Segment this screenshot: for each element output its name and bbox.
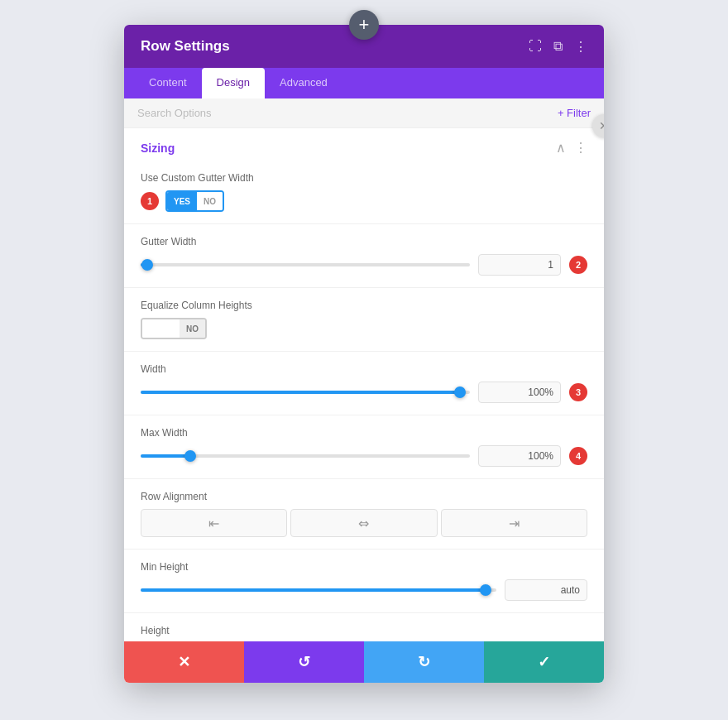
add-button[interactable]: + bbox=[349, 10, 379, 40]
align-right-button[interactable]: ⇥ bbox=[441, 509, 587, 537]
width-track[interactable] bbox=[141, 391, 470, 394]
badge-1: 1 bbox=[141, 192, 159, 210]
sizing-section-header: Sizing ∧ ⋮ bbox=[124, 128, 604, 164]
toggle-no-small[interactable]: NO bbox=[197, 192, 223, 210]
max-width-thumb[interactable] bbox=[184, 450, 196, 462]
gutter-width-input[interactable] bbox=[478, 254, 561, 276]
search-placeholder: Search Options bbox=[137, 107, 212, 119]
gutter-width-label: Gutter Width bbox=[141, 236, 587, 247]
modal-footer: ✕ ↺ ↻ ✓ bbox=[124, 641, 604, 683]
tab-content[interactable]: Content bbox=[134, 68, 202, 98]
fullscreen-icon[interactable]: ⛶ bbox=[529, 39, 542, 54]
height-label: Height bbox=[141, 625, 587, 636]
badge-4: 4 bbox=[569, 447, 587, 465]
modal-wrapper: + Row Settings ⛶ ⧉ ⋮ Content Design Adva… bbox=[124, 25, 604, 683]
section-menu-icon[interactable]: ⋮ bbox=[574, 140, 587, 156]
divider-7 bbox=[124, 612, 604, 613]
max-width-fill bbox=[141, 454, 190, 458]
align-left-button[interactable]: ⇤ bbox=[141, 509, 287, 537]
custom-gutter-toggle[interactable]: YES NO bbox=[165, 190, 224, 212]
divider-5 bbox=[124, 478, 604, 479]
gutter-width-slider-row: 2 bbox=[141, 254, 587, 276]
undo-button[interactable]: ↺ bbox=[244, 641, 364, 683]
equalize-heights-option: Equalize Column Heights NO bbox=[124, 291, 604, 348]
cancel-button[interactable]: ✕ bbox=[124, 641, 244, 683]
equalize-heights-toggle[interactable]: NO bbox=[141, 318, 207, 339]
columns-icon[interactable]: ⧉ bbox=[553, 39, 563, 54]
min-height-option: Min Height bbox=[124, 553, 604, 609]
save-button[interactable]: ✓ bbox=[484, 641, 604, 683]
redo-button[interactable]: ↻ bbox=[364, 641, 484, 683]
width-fill bbox=[141, 391, 460, 394]
more-icon[interactable]: ⋮ bbox=[574, 39, 587, 55]
min-height-thumb[interactable] bbox=[480, 584, 491, 596]
divider-1 bbox=[124, 223, 604, 224]
divider-4 bbox=[124, 415, 604, 415]
gutter-width-track[interactable] bbox=[141, 263, 470, 266]
search-bar: Search Options + Filter bbox=[124, 98, 604, 128]
min-height-label: Min Height bbox=[141, 561, 587, 573]
divider-3 bbox=[124, 351, 604, 352]
min-height-input[interactable] bbox=[505, 579, 587, 601]
modal-title: Row Settings bbox=[141, 38, 230, 55]
collapse-icon[interactable]: ∧ bbox=[556, 140, 566, 156]
toggle-no-left[interactable] bbox=[142, 319, 180, 338]
toggle-no-right[interactable]: NO bbox=[180, 319, 205, 338]
max-width-slider-row: 4 bbox=[141, 445, 587, 467]
max-width-input[interactable] bbox=[478, 445, 561, 467]
gutter-width-thumb[interactable] bbox=[141, 259, 153, 271]
width-slider-row: 3 bbox=[141, 382, 587, 403]
max-width-option: Max Width 4 bbox=[124, 419, 604, 475]
filter-button[interactable]: + Filter bbox=[558, 107, 591, 119]
use-custom-gutter-label: Use Custom Gutter Width bbox=[141, 172, 587, 184]
tab-advanced[interactable]: Advanced bbox=[265, 68, 342, 98]
settings-content: Sizing ∧ ⋮ Use Custom Gutter Width 1 YES… bbox=[124, 128, 604, 641]
section-title: Sizing bbox=[141, 142, 175, 155]
width-label: Width bbox=[141, 363, 587, 375]
max-width-track[interactable] bbox=[141, 454, 470, 458]
row-settings-modal: Row Settings ⛶ ⧉ ⋮ Content Design Advanc… bbox=[124, 25, 604, 683]
width-thumb[interactable] bbox=[454, 386, 466, 398]
section-controls: ∧ ⋮ bbox=[556, 140, 587, 156]
use-custom-gutter-option: Use Custom Gutter Width 1 YES NO bbox=[124, 164, 604, 220]
min-height-slider-row bbox=[141, 579, 587, 601]
min-height-fill bbox=[141, 588, 486, 592]
gutter-width-option: Gutter Width 2 bbox=[124, 228, 604, 284]
divider-2 bbox=[124, 287, 604, 288]
tabs-bar: Content Design Advanced bbox=[124, 68, 604, 98]
divider-6 bbox=[124, 549, 604, 550]
height-option: Height bbox=[124, 617, 604, 641]
row-alignment-option: Row Alignment ⇤ ⇔ ⇥ bbox=[124, 482, 604, 545]
toggle-yes[interactable]: YES bbox=[167, 192, 197, 210]
min-height-track[interactable] bbox=[141, 588, 496, 592]
equalize-heights-label: Equalize Column Heights bbox=[141, 300, 587, 311]
max-width-label: Max Width bbox=[141, 427, 587, 439]
alignment-buttons: ⇤ ⇔ ⇥ bbox=[141, 509, 587, 537]
use-custom-gutter-toggle-container: 1 YES NO bbox=[141, 190, 587, 212]
width-option: Width 3 bbox=[124, 355, 604, 411]
tab-design[interactable]: Design bbox=[202, 68, 265, 98]
align-center-button[interactable]: ⇔ bbox=[290, 509, 437, 537]
header-icons: ⛶ ⧉ ⋮ bbox=[529, 39, 587, 55]
badge-3: 3 bbox=[569, 383, 587, 401]
badge-2: 2 bbox=[569, 256, 587, 274]
width-input[interactable] bbox=[478, 382, 561, 403]
row-alignment-label: Row Alignment bbox=[141, 491, 587, 502]
